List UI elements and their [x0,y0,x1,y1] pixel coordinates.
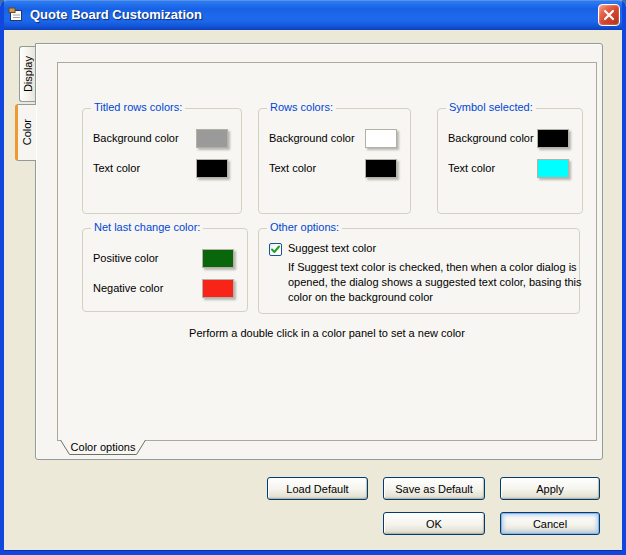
load-default-button[interactable]: Load Default [267,477,368,500]
apply-button[interactable]: Apply [500,477,600,500]
quote-board-customization-dialog: Quote Board Customization Display Color … [0,0,626,555]
group-title: Rows colors: [267,101,336,113]
tab-color-options[interactable]: Color options [60,440,146,456]
titled-rows-text-color-swatch[interactable] [196,159,228,178]
tab-color-options-label: Color options [60,441,146,453]
group-title: Symbol selected: [446,101,536,113]
titlebar[interactable]: Quote Board Customization [0,0,626,30]
group-titled-rows-colors: Titled rows colors: Background color Tex… [82,108,242,214]
group-symbol-selected: Symbol selected: Background color Text c… [437,108,583,214]
tab-color-label: Color [21,119,33,145]
symbol-text-color-swatch[interactable] [537,159,569,178]
color-row: Text color [269,158,397,178]
rows-text-color-swatch[interactable] [365,159,397,178]
color-row-label: Text color [448,162,495,174]
color-row-label: Negative color [93,282,163,294]
double-click-hint: Perform a double click in a color panel … [57,327,597,339]
negative-color-swatch[interactable] [202,279,234,298]
tab-color[interactable]: Color [15,104,36,161]
clipboard-app-icon [8,7,24,23]
color-row: Background color [269,128,397,148]
ok-button[interactable]: OK [383,512,485,535]
tab-display[interactable]: Display [19,46,36,102]
color-row: Background color [448,128,569,148]
group-net-last-change-color: Net last change color: Positive color Ne… [82,228,248,312]
positive-color-swatch[interactable] [202,249,234,268]
suggest-text-color-checkbox[interactable] [269,243,282,256]
color-row-label: Text color [269,162,316,174]
color-row: Text color [448,158,569,178]
color-row-label: Background color [269,132,355,144]
window-title: Quote Board Customization [30,0,202,29]
close-x-icon [603,9,615,21]
color-row: Negative color [93,278,234,298]
close-button[interactable] [598,4,620,26]
suggest-text-color-label[interactable]: Suggest text color [288,242,376,254]
color-row: Positive color [93,248,234,268]
color-row-label: Positive color [93,252,158,264]
group-title: Other options: [267,221,342,233]
group-rows-colors: Rows colors: Background color Text color [258,108,411,214]
save-as-default-button[interactable]: Save as Default [383,477,485,500]
group-title: Titled rows colors: [91,101,185,113]
cancel-button[interactable]: Cancel [500,512,600,535]
suggest-text-color-description: If Suggest text color is checked, then w… [288,260,582,305]
tab-display-label: Display [22,56,34,92]
color-row: Text color [93,158,228,178]
color-row-label: Background color [448,132,534,144]
color-row-label: Text color [93,162,140,174]
color-row: Background color [93,128,228,148]
titled-rows-background-color-swatch[interactable] [196,129,228,148]
color-row-label: Background color [93,132,179,144]
rows-background-color-swatch[interactable] [365,129,397,148]
group-other-options: Other options: Suggest text color If Sug… [258,228,580,314]
symbol-background-color-swatch[interactable] [537,129,569,148]
checkmark-icon [270,244,281,255]
group-title: Net last change color: [91,221,203,233]
